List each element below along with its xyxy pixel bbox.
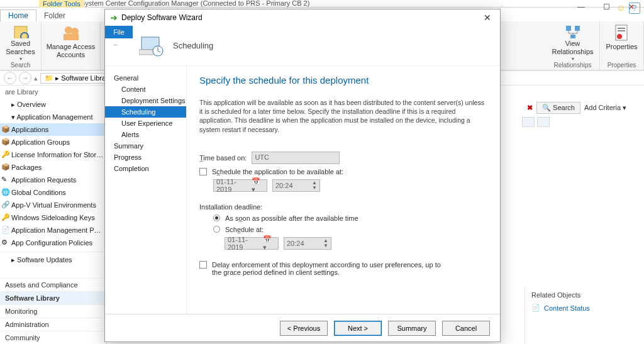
delay-enforcement-label: Delay enforcement of this deployment acc… <box>212 261 451 276</box>
step-deploy-settings[interactable]: Deployment Settings <box>105 95 186 106</box>
deadline-time-field: 20:24▲▼ <box>284 237 331 250</box>
properties-button[interactable]: Properties <box>606 43 637 51</box>
delay-enforcement-checkbox[interactable] <box>199 261 207 269</box>
svg-rect-9 <box>618 28 625 29</box>
content-status-link[interactable]: 📄 Content Status <box>531 304 638 312</box>
folder-tools-tab[interactable]: Folder Tools <box>39 0 84 8</box>
step-progress[interactable]: Progress <box>105 152 186 163</box>
saved-searches-button[interactable]: Saved Searches <box>6 40 35 56</box>
tree-sw-updates[interactable]: ▸ Software Updates <box>0 252 106 266</box>
asap-radio[interactable] <box>213 214 220 221</box>
saved-searches-icon <box>12 24 30 38</box>
tree-sideload[interactable]: 🔑Windows Sideloading Keys <box>0 211 106 224</box>
step-alerts[interactable]: Alerts <box>105 129 186 140</box>
ws-software[interactable]: Software Library <box>0 291 106 304</box>
tree-packages[interactable]: 📦Packages <box>0 161 106 174</box>
available-time-field: 20:24▲▼ <box>272 179 320 192</box>
svg-point-2 <box>65 26 72 34</box>
search-bar: ✖ 🔍 Search Add Criteria ▾ <box>527 98 644 117</box>
previous-button[interactable]: < Previous <box>280 321 328 336</box>
deadline-date-field: 01-11-2019📅▾ <box>225 237 279 250</box>
tree-mgmt-policies[interactable]: 📄Application Management Policies <box>0 224 106 236</box>
schedule-available-label: Schedule the application to be available… <box>212 168 343 175</box>
related-title: Related Objects <box>531 291 638 299</box>
schedule-at-label: Schedule at: <box>225 226 264 233</box>
ribbon-group-relationships: Relationships <box>553 62 591 69</box>
feedback-icon[interactable]: ☺ <box>616 3 625 13</box>
wizard-close-button[interactable]: ✕ <box>480 13 495 23</box>
nav-tree: are Library ▸ Overview ▾ Application Man… <box>0 86 107 344</box>
page-title: Specify the schedule for this deployment <box>199 75 487 86</box>
time-based-select: UTC <box>252 152 340 164</box>
add-criteria-button[interactable]: Add Criteria ▾ <box>584 104 626 112</box>
properties-icon <box>613 24 631 42</box>
help-icon[interactable]: ? <box>629 3 640 14</box>
summary-button[interactable]: Summary <box>388 321 436 336</box>
minimize-button[interactable]: — <box>569 0 594 14</box>
tree-overview[interactable]: ▸ Overview <box>0 98 106 111</box>
wizard-title: Deploy Software Wizard <box>121 13 203 22</box>
tree-header: are Library <box>0 86 106 98</box>
app-titlebar: System Center Configuration Manager (Con… <box>0 0 644 8</box>
tree-applications[interactable]: 📦Applications <box>0 123 106 136</box>
deploy-software-wizard: ➜ Deploy Software Wizard ✕ File ← Schedu… <box>104 9 501 342</box>
step-general[interactable]: General <box>105 72 186 84</box>
clear-search-icon[interactable]: ✖ <box>527 104 533 112</box>
deadline-label: Installation deadline: <box>199 203 487 211</box>
view-switcher[interactable] <box>522 117 550 127</box>
step-content[interactable]: Content <box>105 84 186 95</box>
search-button[interactable]: 🔍 Search <box>536 102 580 114</box>
related-objects-panel: Related Objects 📄 Content Status <box>525 287 644 344</box>
relationships-icon <box>564 24 582 38</box>
step-scheduling[interactable]: Scheduling <box>105 106 186 118</box>
step-completion[interactable]: Completion <box>105 163 186 174</box>
tree-app-config[interactable]: ⚙App Configuration Policies <box>0 236 106 249</box>
tree-global-cond[interactable]: 🌐Global Conditions <box>0 186 106 199</box>
manage-access-icon <box>62 24 80 42</box>
svg-rect-4 <box>64 34 79 40</box>
step-summary[interactable]: Summary <box>105 140 186 152</box>
wizard-header: Scheduling <box>105 26 500 66</box>
svg-rect-10 <box>618 30 625 31</box>
step-user-experience[interactable]: User Experience <box>105 118 186 129</box>
ws-admin[interactable]: Administration <box>0 318 106 331</box>
computer-icon <box>139 33 164 58</box>
manage-access-button[interactable]: Manage Access Accounts <box>47 43 96 59</box>
wizard-back-icon[interactable]: ← <box>113 41 119 48</box>
asap-label: As soon as possible after the available … <box>225 214 358 222</box>
page-description: This application will be available as so… <box>199 98 487 134</box>
wizard-page-header: Scheduling <box>173 41 213 50</box>
wizard-icon: ➜ <box>110 13 118 23</box>
up-icon[interactable]: ▴ <box>34 74 38 82</box>
tab-folder[interactable]: Folder <box>36 10 73 21</box>
schedule-available-checkbox[interactable] <box>199 168 207 175</box>
next-button[interactable]: Next > <box>334 321 382 336</box>
tree-app-mgmt[interactable]: ▾ Application Management <box>0 111 106 123</box>
view-relationships-button[interactable]: View Relationships <box>552 40 593 56</box>
tree-app-requests[interactable]: ✎Application Requests <box>0 174 106 186</box>
wizard-footer: < Previous Next > Summary Cancel <box>105 314 500 341</box>
available-date-field: 01-11-2019📅▾ <box>213 179 267 192</box>
tree-app-groups[interactable]: 📦Application Groups <box>0 136 106 148</box>
svg-rect-6 <box>575 26 580 31</box>
wizard-titlebar: ➜ Deploy Software Wizard ✕ <box>105 9 500 26</box>
cancel-button[interactable]: Cancel <box>442 321 490 336</box>
ws-assets[interactable]: Assets and Compliance <box>0 278 106 291</box>
wizard-content: Specify the schedule for this deployment… <box>187 66 500 314</box>
ribbon-group-search: Search <box>11 62 31 69</box>
wizard-steps: General Content Deployment Settings Sche… <box>105 66 187 314</box>
maximize-button[interactable]: ☐ <box>594 0 619 14</box>
ws-monitoring[interactable]: Monitoring <box>0 304 106 318</box>
svg-point-11 <box>617 34 622 39</box>
tab-home[interactable]: Home <box>0 9 36 21</box>
svg-rect-5 <box>566 26 571 31</box>
back-button[interactable]: ← <box>4 72 16 84</box>
tree-license-info[interactable]: 🔑License Information for Store Apps <box>0 148 106 161</box>
time-based-label: Time based on: <box>199 154 247 162</box>
forward-button[interactable]: → <box>19 72 31 84</box>
schedule-at-radio[interactable] <box>213 226 220 233</box>
ws-community[interactable]: Community <box>0 331 106 344</box>
ribbon-group-properties: Properties <box>608 62 636 69</box>
file-menu[interactable]: File <box>105 26 133 38</box>
tree-appv[interactable]: 🔗App-V Virtual Environments <box>0 199 106 211</box>
